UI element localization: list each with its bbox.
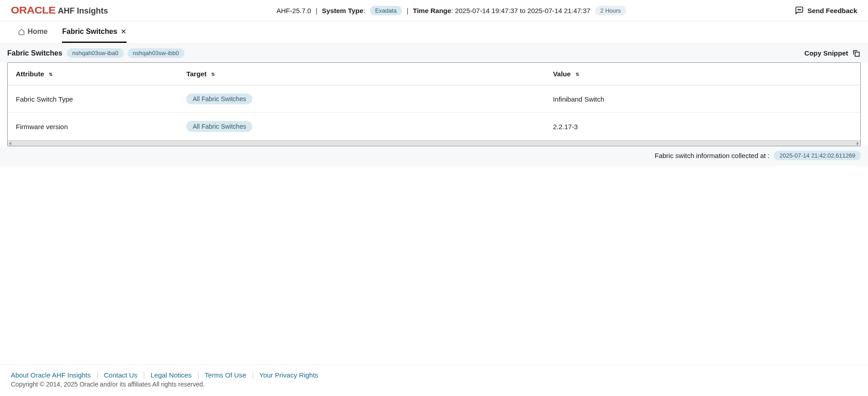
target-chip: All Fabric Switches bbox=[186, 93, 252, 104]
time-range-label: Time Range bbox=[413, 7, 451, 14]
column-value[interactable]: Value ⇅ bbox=[545, 63, 860, 85]
cell-target: All Fabric Switches bbox=[178, 113, 545, 140]
system-type: System Type: bbox=[322, 7, 365, 14]
separator: | bbox=[316, 7, 317, 14]
duration-badge: 2 Hours bbox=[595, 6, 627, 15]
switch-chips: nshqah03sw-iba0 nshqah03sw-ibb0 bbox=[67, 48, 184, 58]
content-area: Fabric Switches nshqah03sw-iba0 nshqah03… bbox=[0, 43, 868, 166]
section-header: Fabric Switches nshqah03sw-iba0 nshqah03… bbox=[0, 43, 868, 62]
brand-word: ORACLE bbox=[11, 5, 56, 16]
svg-point-2 bbox=[800, 9, 801, 10]
switch-chip[interactable]: nshqah03sw-ibb0 bbox=[127, 48, 184, 58]
time-range-value: 2025-07-14 19:47:37 to 2025-07-14 21:47:… bbox=[455, 7, 590, 14]
svg-rect-3 bbox=[855, 52, 859, 56]
table-container: Attribute ⇅ Target ⇅ Value ⇅ Fabric Swit… bbox=[7, 62, 861, 146]
feedback-icon bbox=[795, 6, 804, 15]
column-target[interactable]: Target ⇅ bbox=[178, 63, 545, 85]
table-header-row: Attribute ⇅ Target ⇅ Value ⇅ bbox=[8, 63, 860, 85]
section-title: Fabric Switches bbox=[7, 49, 62, 57]
cell-attribute: Fabric Switch Type bbox=[8, 85, 178, 113]
svg-point-1 bbox=[799, 9, 799, 10]
send-feedback-button[interactable]: Send Feedback bbox=[795, 6, 857, 15]
horizontal-scrollbar[interactable] bbox=[8, 140, 860, 146]
top-bar: ORACLE AHF Insights AHF-25.7.0 | System … bbox=[0, 0, 868, 21]
system-type-badge: Exadata bbox=[370, 6, 402, 15]
cell-value: Infiniband Switch bbox=[545, 85, 860, 113]
separator: | bbox=[406, 7, 408, 14]
info-bar: Fabric switch information collected at :… bbox=[0, 146, 868, 166]
tab-fabric-switches[interactable]: Fabric Switches ✕ bbox=[62, 22, 127, 43]
column-value-label: Value bbox=[553, 70, 571, 78]
copy-snippet-button[interactable]: Copy Snippet bbox=[804, 49, 861, 58]
tab-bar: Home Fabric Switches ✕ bbox=[0, 21, 868, 43]
product-name: AHF Insights bbox=[58, 6, 108, 16]
collected-at-badge: 2025-07-14 21:42:02.611269 bbox=[774, 151, 861, 160]
system-type-label: System Type bbox=[322, 7, 363, 14]
sort-icon: ⇅ bbox=[49, 72, 52, 77]
tab-fabric-label: Fabric Switches bbox=[62, 28, 117, 36]
cell-target: All Fabric Switches bbox=[178, 85, 545, 113]
collected-at-label: Fabric switch information collected at : bbox=[655, 152, 769, 159]
table-row: Fabric Switch Type All Fabric Switches I… bbox=[8, 85, 860, 113]
close-icon[interactable]: ✕ bbox=[121, 28, 127, 36]
header-center: AHF-25.7.0 | System Type: Exadata | Time… bbox=[113, 6, 790, 15]
cell-attribute: Firmware version bbox=[8, 113, 178, 140]
column-target-label: Target bbox=[186, 70, 207, 78]
tab-home-label: Home bbox=[28, 28, 47, 36]
sort-icon: ⇅ bbox=[211, 72, 215, 77]
column-attribute-label: Attribute bbox=[16, 70, 44, 78]
time-range: Time Range: 2025-07-14 19:47:37 to 2025-… bbox=[413, 7, 590, 14]
table-row: Firmware version All Fabric Switches 2.2… bbox=[8, 113, 860, 140]
cell-value: 2.2.17-3 bbox=[545, 113, 860, 140]
copy-snippet-label: Copy Snippet bbox=[804, 49, 848, 57]
column-attribute[interactable]: Attribute ⇅ bbox=[8, 63, 178, 85]
svg-point-0 bbox=[798, 9, 798, 10]
target-chip: All Fabric Switches bbox=[186, 121, 252, 132]
switch-chip[interactable]: nshqah03sw-iba0 bbox=[67, 48, 124, 58]
copy-icon bbox=[852, 49, 861, 58]
sort-icon: ⇅ bbox=[576, 72, 579, 77]
home-icon bbox=[18, 28, 25, 35]
version-text: AHF-25.7.0 bbox=[276, 7, 311, 14]
feedback-label: Send Feedback bbox=[807, 7, 857, 14]
tab-home[interactable]: Home bbox=[18, 22, 47, 43]
logo: ORACLE AHF Insights bbox=[11, 5, 108, 16]
fabric-switches-table: Attribute ⇅ Target ⇅ Value ⇅ Fabric Swit… bbox=[8, 63, 860, 140]
